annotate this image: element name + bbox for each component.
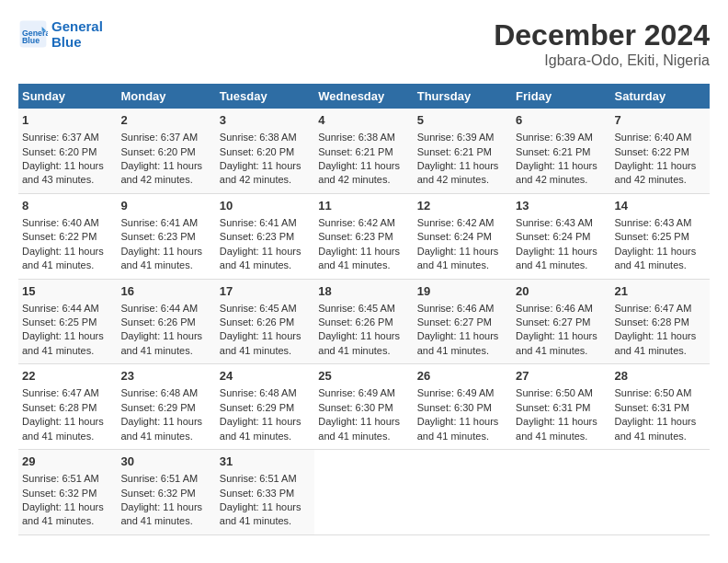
header-wednesday: Wednesday [314,84,413,109]
day-number: 15 [22,283,113,300]
daylight-label: Daylight: 11 hours and 41 minutes. [516,330,597,355]
calendar-cell: 30Sunrise: 6:51 AMSunset: 6:32 PMDayligh… [117,450,215,535]
day-number: 19 [417,283,508,300]
sunrise-label: Sunrise: 6:51 AM [220,473,297,484]
calendar-cell: 5Sunrise: 6:39 AMSunset: 6:21 PMDaylight… [414,109,512,193]
sunrise-label: Sunrise: 6:39 AM [516,132,593,143]
calendar-cell: 16Sunrise: 6:44 AMSunset: 6:26 PMDayligh… [117,279,215,364]
header-sunday: Sunday [18,84,117,109]
sunset-label: Sunset: 6:24 PM [417,231,492,242]
daylight-label: Daylight: 11 hours and 41 minutes. [120,416,202,441]
calendar-cell: 11Sunrise: 6:42 AMSunset: 6:23 PMDayligh… [314,193,413,279]
day-number: 31 [220,454,311,470]
sunset-label: Sunset: 6:22 PM [615,146,689,157]
daylight-label: Daylight: 11 hours and 41 minutes. [615,246,697,270]
day-number: 23 [120,368,211,385]
sunrise-label: Sunrise: 6:45 AM [220,303,297,314]
calendar-cell: 13Sunrise: 6:43 AMSunset: 6:24 PMDayligh… [512,193,610,279]
day-number: 25 [318,368,409,385]
daylight-label: Daylight: 11 hours and 42 minutes. [417,160,499,185]
daylight-label: Daylight: 11 hours and 42 minutes. [220,160,301,185]
calendar-cell: 31Sunrise: 6:51 AMSunset: 6:33 PMDayligh… [216,450,314,535]
day-number: 18 [318,283,409,300]
daylight-label: Daylight: 11 hours and 41 minutes. [22,330,104,355]
sunset-label: Sunset: 6:28 PM [22,402,97,413]
calendar-cell: 26Sunrise: 6:49 AMSunset: 6:30 PMDayligh… [414,364,512,450]
calendar-cell: 14Sunrise: 6:43 AMSunset: 6:25 PMDayligh… [611,193,710,279]
calendar-week-row: 29Sunrise: 6:51 AMSunset: 6:32 PMDayligh… [18,450,710,535]
sunrise-label: Sunrise: 6:47 AM [22,387,99,398]
day-number: 26 [417,368,508,385]
sunset-label: Sunset: 6:21 PM [516,146,590,157]
calendar-cell: 20Sunrise: 6:46 AMSunset: 6:27 PMDayligh… [512,279,610,364]
day-number: 13 [516,198,607,214]
calendar-week-row: 1Sunrise: 6:37 AMSunset: 6:20 PMDaylight… [18,109,710,193]
daylight-label: Daylight: 11 hours and 42 minutes. [318,160,400,185]
day-number: 9 [120,198,211,214]
calendar-table: SundayMondayTuesdayWednesdayThursdayFrid… [18,84,710,535]
daylight-label: Daylight: 11 hours and 41 minutes. [417,246,499,270]
sunset-label: Sunset: 6:23 PM [120,231,195,242]
sunset-label: Sunset: 6:32 PM [22,488,97,499]
day-number: 17 [220,283,311,300]
sunrise-label: Sunrise: 6:46 AM [516,303,593,314]
day-number: 8 [22,198,113,214]
sunrise-label: Sunrise: 6:38 AM [318,132,395,143]
sunset-label: Sunset: 6:26 PM [220,316,294,327]
calendar-cell: 27Sunrise: 6:50 AMSunset: 6:31 PMDayligh… [512,364,610,450]
sunrise-label: Sunrise: 6:41 AM [120,217,198,228]
calendar-cell: 4Sunrise: 6:38 AMSunset: 6:21 PMDaylight… [314,109,413,193]
header-monday: Monday [117,84,215,109]
daylight-label: Daylight: 11 hours and 41 minutes. [318,416,400,441]
calendar-cell: 6Sunrise: 6:39 AMSunset: 6:21 PMDaylight… [512,109,610,193]
daylight-label: Daylight: 11 hours and 42 minutes. [615,160,697,185]
sunrise-label: Sunrise: 6:49 AM [417,387,495,398]
daylight-label: Daylight: 11 hours and 41 minutes. [120,246,202,270]
day-number: 22 [22,368,113,385]
logo-line1: General [51,18,103,34]
header-thursday: Thursday [414,84,512,109]
calendar-header-row: SundayMondayTuesdayWednesdayThursdayFrid… [18,84,710,109]
sunrise-label: Sunrise: 6:50 AM [615,387,692,398]
calendar-cell: 28Sunrise: 6:50 AMSunset: 6:31 PMDayligh… [611,364,710,450]
calendar-cell [611,450,710,535]
day-number: 28 [615,368,706,385]
sunrise-label: Sunrise: 6:46 AM [417,303,495,314]
day-number: 4 [318,112,409,129]
calendar-cell: 8Sunrise: 6:40 AMSunset: 6:22 PMDaylight… [18,193,117,279]
day-number: 6 [516,112,607,129]
sunrise-label: Sunrise: 6:42 AM [417,217,495,228]
calendar-cell: 18Sunrise: 6:45 AMSunset: 6:26 PMDayligh… [314,279,413,364]
sunset-label: Sunset: 6:30 PM [417,402,492,413]
day-number: 1 [22,112,113,129]
calendar-cell: 21Sunrise: 6:47 AMSunset: 6:28 PMDayligh… [611,279,710,364]
sunrise-label: Sunrise: 6:51 AM [120,473,198,484]
logo-line2: Blue [51,34,103,50]
sunset-label: Sunset: 6:20 PM [22,146,97,157]
sunrise-label: Sunrise: 6:50 AM [516,387,593,398]
daylight-label: Daylight: 11 hours and 41 minutes. [318,246,400,270]
title-block: December 2024 Igbara-Odo, Ekiti, Nigeria [494,18,710,69]
day-number: 20 [516,283,607,300]
sunset-label: Sunset: 6:31 PM [516,402,590,413]
daylight-label: Daylight: 11 hours and 41 minutes. [220,330,301,355]
calendar-cell: 19Sunrise: 6:46 AMSunset: 6:27 PMDayligh… [414,279,512,364]
sunrise-label: Sunrise: 6:48 AM [220,387,297,398]
sunset-label: Sunset: 6:29 PM [220,402,294,413]
daylight-label: Daylight: 11 hours and 41 minutes. [22,416,104,441]
calendar-cell [414,450,512,535]
sunset-label: Sunset: 6:29 PM [120,402,195,413]
sunset-label: Sunset: 6:23 PM [220,231,294,242]
daylight-label: Daylight: 11 hours and 41 minutes. [120,330,202,355]
day-number: 24 [220,368,311,385]
sunrise-label: Sunrise: 6:40 AM [615,132,692,143]
page-subtitle: Igbara-Odo, Ekiti, Nigeria [494,52,710,69]
day-number: 21 [615,283,706,300]
calendar-cell [314,450,413,535]
day-number: 5 [417,112,508,129]
logo-icon: General Blue [18,19,48,49]
daylight-label: Daylight: 11 hours and 41 minutes. [417,416,499,441]
sunrise-label: Sunrise: 6:40 AM [22,217,99,228]
day-number: 12 [417,198,508,214]
calendar-cell: 7Sunrise: 6:40 AMSunset: 6:22 PMDaylight… [611,109,710,193]
